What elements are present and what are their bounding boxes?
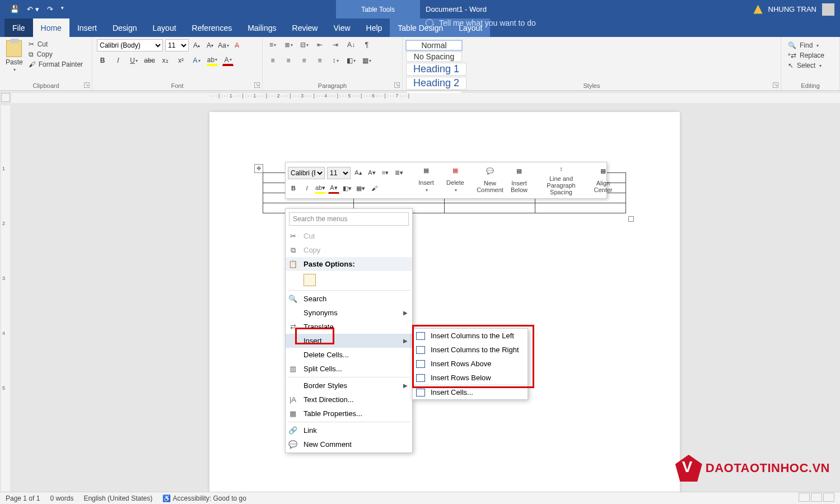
print-layout-icon[interactable]	[811, 493, 822, 502]
tab-home[interactable]: Home	[33, 18, 69, 37]
font-name-select[interactable]: Calibri (Body)	[97, 39, 163, 52]
bullets-icon[interactable]: ≡▾	[267, 39, 278, 50]
status-accessibility[interactable]: ♿ Accessibility: Good to go	[162, 494, 246, 502]
status-words[interactable]: 0 words	[50, 494, 73, 502]
cut-button[interactable]: ✂Cut	[26, 39, 85, 49]
paragraph-launcher-icon[interactable]: ↘	[394, 82, 400, 88]
mini-numbering-icon[interactable]: ≣▾	[393, 167, 404, 178]
redo-icon[interactable]: ↷	[47, 5, 53, 13]
mini-italic-button[interactable]: I	[301, 183, 312, 194]
view-buttons[interactable]	[797, 493, 834, 503]
menu-link[interactable]: 🔗Link	[286, 423, 412, 437]
table-move-handle-icon[interactable]: ✥	[254, 164, 263, 173]
numbering-icon[interactable]: ≣▾	[283, 39, 294, 50]
decrease-indent-icon[interactable]: ⇤	[314, 39, 325, 50]
increase-indent-icon[interactable]: ⇥	[330, 39, 341, 50]
bold-button[interactable]: B	[97, 55, 108, 66]
tab-file[interactable]: File	[4, 18, 33, 37]
font-color-icon[interactable]: A▾	[222, 55, 234, 66]
submenu-cols-left[interactable]: Insert Columns to the Left	[413, 329, 528, 343]
submenu-cols-right[interactable]: Insert Columns to the Right	[413, 343, 528, 357]
highlight-icon[interactable]: ab▾	[207, 55, 218, 66]
style-normal[interactable]: Normal	[406, 40, 462, 50]
tab-view[interactable]: View	[325, 18, 358, 37]
menu-text-direction[interactable]: |AText Direction...	[286, 393, 412, 407]
select-button[interactable]: ↖Select▾	[786, 60, 835, 71]
horizontal-ruler[interactable]: · · · | · · · 1 · · · | · · · 1 · · · | …	[11, 93, 840, 103]
mini-font-select[interactable]: Calibri (B	[288, 167, 325, 179]
paste-keep-formatting-icon[interactable]	[304, 274, 316, 286]
user-avatar-icon[interactable]	[822, 3, 834, 16]
menu-table-properties[interactable]: ▦Table Properties...	[286, 407, 412, 421]
style-heading-1[interactable]: Heading 1	[406, 63, 466, 76]
mini-bullets-icon[interactable]: ≡▾	[380, 167, 391, 178]
align-left-icon[interactable]: ≡	[267, 55, 278, 66]
shrink-font-icon[interactable]: A▾	[204, 40, 216, 51]
mini-borders-icon[interactable]: ▦▾	[355, 183, 366, 194]
read-mode-icon[interactable]	[799, 493, 810, 502]
submenu-rows-below[interactable]: Insert Rows Below	[413, 371, 528, 385]
line-spacing-icon[interactable]: ↕▾	[330, 55, 341, 66]
mini-format-painter-icon[interactable]: 🖌	[368, 183, 380, 194]
menu-cut[interactable]: ✂Cut	[286, 229, 412, 243]
align-center-icon[interactable]: ≡	[283, 55, 294, 66]
ruler-corner[interactable]	[1, 93, 10, 102]
tell-me-search[interactable]: Tell me what you want to do	[426, 18, 536, 27]
tab-layout[interactable]: Layout	[145, 18, 184, 37]
italic-button[interactable]: I	[113, 55, 124, 66]
style-no-spacing[interactable]: No Spacing	[406, 52, 462, 62]
shading-icon[interactable]: ◧▾	[346, 55, 357, 66]
styles-launcher-icon[interactable]: ↘	[773, 82, 778, 88]
grow-font-icon[interactable]: A▴	[191, 40, 202, 51]
mini-insert-below-button[interactable]: ▦Insert Below	[506, 164, 532, 197]
sort-icon[interactable]: A↓	[346, 39, 357, 50]
menu-search-input[interactable]: Search the menus	[289, 212, 409, 226]
tab-help[interactable]: Help	[358, 18, 390, 37]
menu-search[interactable]: 🔍Search	[286, 292, 412, 306]
save-icon[interactable]: 💾	[10, 5, 19, 13]
mini-font-color-icon[interactable]: A▾	[328, 183, 339, 194]
menu-new-comment[interactable]: 💬New Comment	[286, 437, 412, 451]
mini-align-center-button[interactable]: ▦Align Center	[590, 164, 616, 197]
tab-insert[interactable]: Insert	[69, 18, 105, 37]
warning-icon[interactable]	[754, 5, 763, 14]
tab-design[interactable]: Design	[105, 18, 145, 37]
superscript-button[interactable]: x²	[175, 55, 186, 66]
vertical-ruler[interactable]: 1 2 3 4 5	[1, 105, 10, 492]
menu-translate[interactable]: ⇄Translate	[286, 320, 412, 334]
underline-button[interactable]: U▾	[128, 55, 139, 66]
mini-new-comment-button[interactable]: 💬New Comment	[477, 164, 503, 197]
mini-shading-icon[interactable]: ◧▾	[342, 183, 353, 194]
subscript-button[interactable]: x₂	[160, 55, 171, 66]
web-layout-icon[interactable]	[823, 493, 834, 502]
font-size-select[interactable]: 11	[165, 39, 189, 52]
mini-line-spacing-button[interactable]: ↕Line and Paragraph Spacing	[535, 164, 587, 197]
borders-icon[interactable]: ▦▾	[361, 55, 372, 66]
show-marks-icon[interactable]: ¶	[361, 39, 372, 50]
format-painter-button[interactable]: 🖌Format Painter	[26, 59, 85, 69]
submenu-rows-above[interactable]: Insert Rows Above	[413, 357, 528, 371]
table-resize-handle-icon[interactable]	[628, 216, 634, 222]
mini-highlight-icon[interactable]: ab▾	[315, 183, 326, 194]
menu-copy[interactable]: ⧉Copy	[286, 243, 412, 257]
tab-review[interactable]: Review	[284, 18, 326, 37]
justify-icon[interactable]: ≡	[314, 55, 325, 66]
strikethrough-button[interactable]: abc	[144, 55, 155, 66]
qat-customize-icon[interactable]: ▾	[61, 5, 64, 13]
menu-border-styles[interactable]: Border Styles▶	[286, 379, 412, 393]
replace-button[interactable]: ᵃ⇄Replace	[786, 50, 835, 60]
mini-grow-font-icon[interactable]: A▴	[353, 167, 364, 178]
menu-split-cells[interactable]: ▥Split Cells...	[286, 362, 412, 376]
mini-delete-button[interactable]: ▦Delete▾	[442, 164, 468, 197]
submenu-insert-cells[interactable]: Insert Cells...	[413, 385, 528, 399]
font-launcher-icon[interactable]: ↘	[254, 82, 260, 88]
copy-button[interactable]: ⧉Copy	[26, 49, 85, 59]
mini-bold-button[interactable]: B	[288, 183, 299, 194]
mini-size-select[interactable]: 11	[327, 167, 351, 179]
text-effects-icon[interactable]: A▾	[191, 55, 202, 66]
align-right-icon[interactable]: ≡	[298, 55, 310, 66]
menu-insert[interactable]: Insert▶	[286, 334, 412, 348]
tab-references[interactable]: References	[184, 18, 240, 37]
paste-button[interactable]: Paste ▾	[4, 39, 24, 73]
menu-delete-cells[interactable]: Delete Cells...	[286, 348, 412, 362]
